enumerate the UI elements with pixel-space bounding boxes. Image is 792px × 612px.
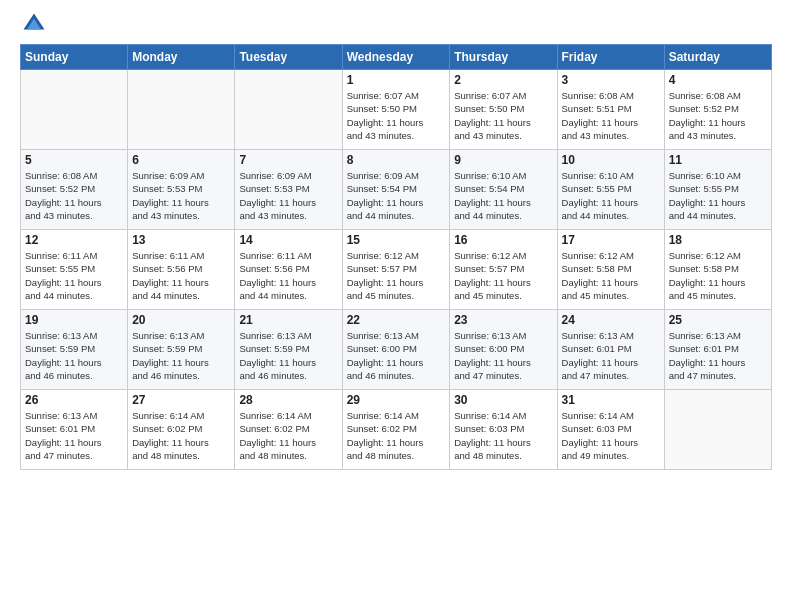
day-header-monday: Monday [128, 45, 235, 70]
day-number: 18 [669, 233, 767, 247]
day-info: Sunrise: 6:09 AM Sunset: 5:54 PM Dayligh… [347, 169, 446, 222]
day-header-saturday: Saturday [664, 45, 771, 70]
page-container: SundayMondayTuesdayWednesdayThursdayFrid… [0, 0, 792, 480]
calendar-cell: 10Sunrise: 6:10 AM Sunset: 5:55 PM Dayli… [557, 150, 664, 230]
day-number: 5 [25, 153, 123, 167]
logo [20, 10, 52, 38]
calendar-header-row: SundayMondayTuesdayWednesdayThursdayFrid… [21, 45, 772, 70]
day-number: 27 [132, 393, 230, 407]
calendar-cell [235, 70, 342, 150]
calendar-cell [664, 390, 771, 470]
day-number: 25 [669, 313, 767, 327]
day-info: Sunrise: 6:08 AM Sunset: 5:52 PM Dayligh… [669, 89, 767, 142]
day-info: Sunrise: 6:07 AM Sunset: 5:50 PM Dayligh… [454, 89, 552, 142]
day-number: 22 [347, 313, 446, 327]
calendar-cell: 19Sunrise: 6:13 AM Sunset: 5:59 PM Dayli… [21, 310, 128, 390]
day-number: 6 [132, 153, 230, 167]
day-info: Sunrise: 6:13 AM Sunset: 6:01 PM Dayligh… [25, 409, 123, 462]
day-header-wednesday: Wednesday [342, 45, 450, 70]
day-number: 17 [562, 233, 660, 247]
calendar-cell: 3Sunrise: 6:08 AM Sunset: 5:51 PM Daylig… [557, 70, 664, 150]
calendar-week-3: 12Sunrise: 6:11 AM Sunset: 5:55 PM Dayli… [21, 230, 772, 310]
calendar-week-1: 1Sunrise: 6:07 AM Sunset: 5:50 PM Daylig… [21, 70, 772, 150]
calendar-cell: 27Sunrise: 6:14 AM Sunset: 6:02 PM Dayli… [128, 390, 235, 470]
day-info: Sunrise: 6:09 AM Sunset: 5:53 PM Dayligh… [132, 169, 230, 222]
day-number: 8 [347, 153, 446, 167]
day-info: Sunrise: 6:12 AM Sunset: 5:58 PM Dayligh… [669, 249, 767, 302]
calendar-cell: 31Sunrise: 6:14 AM Sunset: 6:03 PM Dayli… [557, 390, 664, 470]
day-info: Sunrise: 6:10 AM Sunset: 5:55 PM Dayligh… [669, 169, 767, 222]
day-number: 29 [347, 393, 446, 407]
day-info: Sunrise: 6:08 AM Sunset: 5:52 PM Dayligh… [25, 169, 123, 222]
day-number: 3 [562, 73, 660, 87]
day-header-thursday: Thursday [450, 45, 557, 70]
day-info: Sunrise: 6:13 AM Sunset: 5:59 PM Dayligh… [25, 329, 123, 382]
day-number: 4 [669, 73, 767, 87]
day-info: Sunrise: 6:14 AM Sunset: 6:03 PM Dayligh… [454, 409, 552, 462]
calendar-cell: 29Sunrise: 6:14 AM Sunset: 6:02 PM Dayli… [342, 390, 450, 470]
calendar-cell: 12Sunrise: 6:11 AM Sunset: 5:55 PM Dayli… [21, 230, 128, 310]
day-info: Sunrise: 6:14 AM Sunset: 6:03 PM Dayligh… [562, 409, 660, 462]
calendar-week-2: 5Sunrise: 6:08 AM Sunset: 5:52 PM Daylig… [21, 150, 772, 230]
day-number: 2 [454, 73, 552, 87]
calendar-cell: 5Sunrise: 6:08 AM Sunset: 5:52 PM Daylig… [21, 150, 128, 230]
calendar-cell: 15Sunrise: 6:12 AM Sunset: 5:57 PM Dayli… [342, 230, 450, 310]
day-info: Sunrise: 6:14 AM Sunset: 6:02 PM Dayligh… [239, 409, 337, 462]
day-number: 21 [239, 313, 337, 327]
day-info: Sunrise: 6:11 AM Sunset: 5:56 PM Dayligh… [239, 249, 337, 302]
calendar-cell: 16Sunrise: 6:12 AM Sunset: 5:57 PM Dayli… [450, 230, 557, 310]
day-header-tuesday: Tuesday [235, 45, 342, 70]
day-info: Sunrise: 6:14 AM Sunset: 6:02 PM Dayligh… [132, 409, 230, 462]
header [20, 10, 772, 38]
calendar-cell: 1Sunrise: 6:07 AM Sunset: 5:50 PM Daylig… [342, 70, 450, 150]
calendar-cell: 30Sunrise: 6:14 AM Sunset: 6:03 PM Dayli… [450, 390, 557, 470]
day-header-friday: Friday [557, 45, 664, 70]
day-info: Sunrise: 6:13 AM Sunset: 5:59 PM Dayligh… [132, 329, 230, 382]
calendar-cell: 17Sunrise: 6:12 AM Sunset: 5:58 PM Dayli… [557, 230, 664, 310]
day-info: Sunrise: 6:13 AM Sunset: 6:01 PM Dayligh… [562, 329, 660, 382]
day-number: 19 [25, 313, 123, 327]
calendar-cell: 6Sunrise: 6:09 AM Sunset: 5:53 PM Daylig… [128, 150, 235, 230]
day-number: 30 [454, 393, 552, 407]
calendar-cell: 2Sunrise: 6:07 AM Sunset: 5:50 PM Daylig… [450, 70, 557, 150]
calendar-table: SundayMondayTuesdayWednesdayThursdayFrid… [20, 44, 772, 470]
day-info: Sunrise: 6:12 AM Sunset: 5:57 PM Dayligh… [454, 249, 552, 302]
day-number: 13 [132, 233, 230, 247]
calendar-cell: 7Sunrise: 6:09 AM Sunset: 5:53 PM Daylig… [235, 150, 342, 230]
day-number: 9 [454, 153, 552, 167]
day-info: Sunrise: 6:12 AM Sunset: 5:57 PM Dayligh… [347, 249, 446, 302]
calendar-cell: 11Sunrise: 6:10 AM Sunset: 5:55 PM Dayli… [664, 150, 771, 230]
calendar-cell: 22Sunrise: 6:13 AM Sunset: 6:00 PM Dayli… [342, 310, 450, 390]
day-number: 7 [239, 153, 337, 167]
logo-icon [20, 10, 48, 38]
day-info: Sunrise: 6:14 AM Sunset: 6:02 PM Dayligh… [347, 409, 446, 462]
calendar-cell: 25Sunrise: 6:13 AM Sunset: 6:01 PM Dayli… [664, 310, 771, 390]
day-info: Sunrise: 6:07 AM Sunset: 5:50 PM Dayligh… [347, 89, 446, 142]
day-info: Sunrise: 6:10 AM Sunset: 5:54 PM Dayligh… [454, 169, 552, 222]
day-number: 26 [25, 393, 123, 407]
calendar-cell: 4Sunrise: 6:08 AM Sunset: 5:52 PM Daylig… [664, 70, 771, 150]
calendar-cell: 18Sunrise: 6:12 AM Sunset: 5:58 PM Dayli… [664, 230, 771, 310]
day-info: Sunrise: 6:11 AM Sunset: 5:55 PM Dayligh… [25, 249, 123, 302]
calendar-cell: 13Sunrise: 6:11 AM Sunset: 5:56 PM Dayli… [128, 230, 235, 310]
calendar-cell: 28Sunrise: 6:14 AM Sunset: 6:02 PM Dayli… [235, 390, 342, 470]
calendar-cell: 9Sunrise: 6:10 AM Sunset: 5:54 PM Daylig… [450, 150, 557, 230]
day-info: Sunrise: 6:08 AM Sunset: 5:51 PM Dayligh… [562, 89, 660, 142]
day-number: 15 [347, 233, 446, 247]
day-number: 31 [562, 393, 660, 407]
day-number: 24 [562, 313, 660, 327]
calendar-cell: 23Sunrise: 6:13 AM Sunset: 6:00 PM Dayli… [450, 310, 557, 390]
day-number: 16 [454, 233, 552, 247]
day-number: 12 [25, 233, 123, 247]
calendar-cell: 8Sunrise: 6:09 AM Sunset: 5:54 PM Daylig… [342, 150, 450, 230]
calendar-cell: 20Sunrise: 6:13 AM Sunset: 5:59 PM Dayli… [128, 310, 235, 390]
day-number: 10 [562, 153, 660, 167]
day-info: Sunrise: 6:09 AM Sunset: 5:53 PM Dayligh… [239, 169, 337, 222]
calendar-week-5: 26Sunrise: 6:13 AM Sunset: 6:01 PM Dayli… [21, 390, 772, 470]
day-header-sunday: Sunday [21, 45, 128, 70]
day-info: Sunrise: 6:10 AM Sunset: 5:55 PM Dayligh… [562, 169, 660, 222]
day-number: 11 [669, 153, 767, 167]
day-info: Sunrise: 6:11 AM Sunset: 5:56 PM Dayligh… [132, 249, 230, 302]
day-info: Sunrise: 6:13 AM Sunset: 6:01 PM Dayligh… [669, 329, 767, 382]
calendar-cell: 24Sunrise: 6:13 AM Sunset: 6:01 PM Dayli… [557, 310, 664, 390]
